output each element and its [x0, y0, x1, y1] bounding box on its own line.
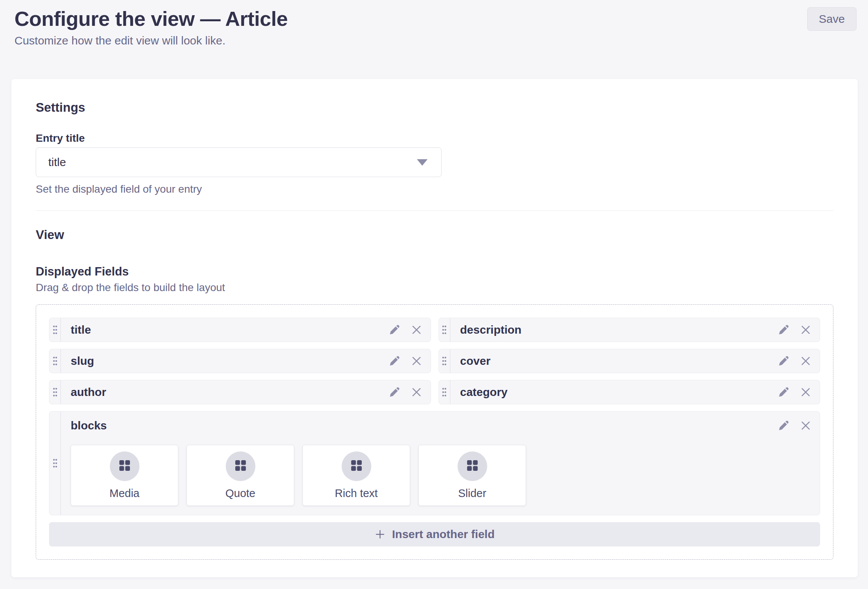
field-row-blocks[interactable]: blocks Media — [49, 411, 820, 515]
page-header: Configure the view — Article Customize h… — [0, 0, 868, 47]
content-card: Settings Entry title title Set the displ… — [11, 79, 858, 577]
field-row-description[interactable]: description — [439, 318, 820, 342]
field-row-title[interactable]: title — [49, 318, 431, 342]
field-label: description — [450, 318, 778, 342]
entry-title-label: Entry title — [36, 132, 833, 144]
chevron-down-icon — [417, 159, 428, 166]
pencil-icon — [388, 386, 401, 398]
field-label: category — [450, 380, 778, 404]
edit-field-button[interactable] — [777, 419, 790, 432]
fields-drop-zone: title description — [36, 304, 833, 560]
edit-field-button[interactable] — [388, 386, 401, 399]
drag-handle[interactable] — [439, 380, 450, 404]
pencil-icon — [778, 355, 790, 367]
displayed-fields-heading: Displayed Fields — [36, 265, 833, 279]
drag-dots-icon — [442, 325, 447, 335]
field-row-category[interactable]: category — [439, 380, 820, 404]
remove-field-button[interactable] — [410, 323, 423, 336]
grid-icon — [467, 460, 478, 471]
displayed-fields-subtitle: Drag & drop the fields to build the layo… — [36, 282, 833, 294]
field-label: slug — [61, 349, 388, 373]
field-label: cover — [450, 349, 778, 373]
field-label: title — [61, 318, 388, 342]
close-icon — [411, 386, 422, 398]
component-card-media: Media — [71, 445, 178, 506]
drag-handle[interactable] — [439, 349, 450, 373]
grid-icon — [351, 460, 362, 471]
close-icon — [800, 420, 811, 431]
field-label: author — [61, 380, 388, 404]
entry-title-selected-value: title — [48, 156, 66, 169]
grid-icon — [119, 460, 130, 471]
field-row-author[interactable]: author — [49, 380, 431, 404]
save-button[interactable]: Save — [807, 7, 857, 31]
component-label: Rich text — [335, 487, 378, 500]
pencil-icon — [778, 420, 790, 432]
drag-dots-icon — [52, 356, 58, 366]
close-icon — [800, 324, 811, 336]
insert-another-field-label: Insert another field — [392, 528, 494, 541]
component-card-slider: Slider — [418, 445, 526, 506]
settings-section: Settings Entry title title Set the displ… — [36, 100, 833, 195]
edit-field-button[interactable] — [388, 323, 401, 336]
entry-title-hint: Set the displayed field of your entry — [36, 183, 833, 195]
dynamic-zone-components: Media Quote — [71, 445, 812, 506]
drag-dots-icon — [52, 387, 58, 397]
drag-handle[interactable] — [49, 412, 61, 515]
insert-another-field-button[interactable]: Insert another field — [49, 522, 820, 546]
drag-handle[interactable] — [49, 318, 61, 342]
component-card-rich-text: Rich text — [303, 445, 410, 506]
field-row-slug[interactable]: slug — [49, 349, 431, 373]
fields-grid: title description — [49, 318, 820, 515]
close-icon — [411, 324, 422, 336]
remove-field-button[interactable] — [410, 355, 423, 367]
field-row-cover[interactable]: cover — [439, 349, 820, 373]
drag-dots-icon — [442, 387, 447, 397]
component-label: Slider — [458, 487, 486, 500]
entry-title-select[interactable]: title — [36, 147, 442, 177]
drag-handle[interactable] — [49, 380, 61, 404]
edit-field-button[interactable] — [777, 355, 790, 367]
component-label: Quote — [225, 487, 255, 500]
page-subtitle: Customize how the edit view will look li… — [14, 34, 854, 47]
component-card-quote: Quote — [187, 445, 294, 506]
edit-field-button[interactable] — [777, 323, 790, 336]
edit-field-button[interactable] — [388, 355, 401, 367]
drag-handle[interactable] — [439, 318, 450, 342]
close-icon — [800, 355, 811, 367]
plus-icon — [374, 529, 386, 540]
pencil-icon — [778, 386, 790, 398]
component-label: Media — [109, 487, 139, 500]
drag-dots-icon — [442, 356, 447, 366]
close-icon — [411, 355, 422, 367]
remove-field-button[interactable] — [799, 419, 812, 432]
field-label: blocks — [71, 419, 107, 432]
drag-handle[interactable] — [49, 349, 61, 373]
view-section: View Displayed Fields Drag & drop the fi… — [36, 228, 833, 560]
drag-dots-icon — [52, 458, 58, 468]
pencil-icon — [388, 324, 401, 336]
page-title: Configure the view — Article — [14, 7, 854, 30]
pencil-icon — [388, 355, 401, 367]
remove-field-button[interactable] — [799, 323, 812, 336]
remove-field-button[interactable] — [799, 355, 812, 367]
view-heading: View — [36, 228, 833, 242]
configure-view-page: Configure the view — Article Customize h… — [0, 0, 868, 589]
drag-dots-icon — [52, 325, 58, 335]
pencil-icon — [778, 324, 790, 336]
close-icon — [800, 386, 811, 398]
settings-heading: Settings — [36, 100, 833, 115]
remove-field-button[interactable] — [410, 386, 423, 399]
grid-icon — [235, 460, 246, 471]
section-divider — [36, 211, 833, 211]
remove-field-button[interactable] — [799, 386, 812, 399]
edit-field-button[interactable] — [777, 386, 790, 399]
